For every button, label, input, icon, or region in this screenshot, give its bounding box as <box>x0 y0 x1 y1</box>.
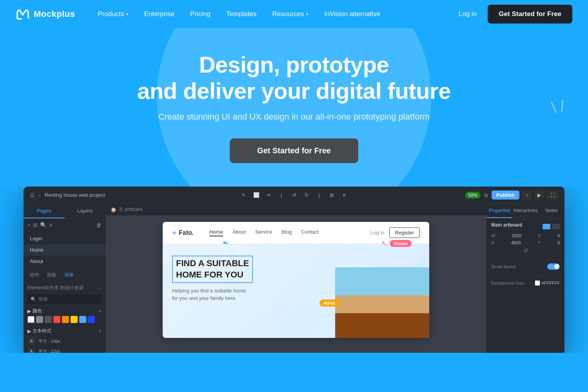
mockup-title: FIND A SUITABLEHOME FOR YOU <box>172 256 253 283</box>
align-tool[interactable]: ⊞ <box>327 191 336 200</box>
section-tab-checklist[interactable]: 清单 <box>62 271 76 279</box>
cursor-tool[interactable]: ↖ <box>239 191 249 200</box>
nav-item-pricing[interactable]: Pricing <box>183 7 218 21</box>
frame-tool[interactable]: ⬜ <box>252 191 261 200</box>
mockup-nav-service: Service <box>255 229 272 236</box>
nav-item-invision[interactable]: InVision alternative <box>317 7 387 21</box>
text-styles-label: ▶ 文本样式 + <box>27 328 102 334</box>
steven-cursor: ↖ Steven <box>381 239 412 248</box>
x-value: 0 <box>557 233 560 238</box>
main-canvas: 🏠 主 artboard ▶ ⟡ Fato. <box>106 204 486 353</box>
delete-icon[interactable]: 🗑 <box>96 222 102 228</box>
folder-icon[interactable]: ⊞ <box>33 222 38 228</box>
mockup-register: Register <box>389 227 420 238</box>
artboard-section-title: Main artboard <box>491 222 522 228</box>
page-list: Login Home About <box>24 231 105 269</box>
share-button[interactable]: ↑ <box>523 191 531 200</box>
page-item-about[interactable]: About <box>24 256 105 267</box>
color-swatch[interactable] <box>27 316 34 323</box>
artboard-toggle-on[interactable] <box>543 224 550 229</box>
fullscreen-button[interactable]: ⛶ <box>547 191 558 200</box>
logo[interactable]: Mockplus <box>16 9 75 20</box>
zoom-icon[interactable]: ⊕ <box>484 192 488 198</box>
search-input[interactable] <box>38 296 98 302</box>
smart-layout-row: Smart layout <box>491 263 560 270</box>
height-label: H <box>491 240 494 245</box>
x-label: X <box>538 233 541 238</box>
color-swatch[interactable] <box>62 316 69 323</box>
height-row: H 4820 Y 0 <box>491 240 560 245</box>
nav-item-resources[interactable]: Resources ▾ <box>265 7 316 21</box>
publish-button[interactable]: Publish <box>492 191 519 200</box>
color-swatch[interactable] <box>36 316 43 323</box>
toolbar-center: ↖ ⬜ ✏ | ↺ ↻ | ⊞ ≡ <box>164 191 424 200</box>
comp-library-label: Element组件库 的设计资源 ⋯ <box>24 281 105 293</box>
back-icon[interactable]: ‹ <box>39 192 41 198</box>
mockup-image-area <box>305 244 429 338</box>
page-item-login[interactable]: Login <box>24 233 105 244</box>
bg-color-section: Background color #FFFFFF <box>486 276 564 292</box>
bg-color-value: #FFFFFF <box>535 280 560 286</box>
tab-layers[interactable]: Layers <box>65 204 106 218</box>
nav-item-products[interactable]: Products ▾ <box>91 7 135 21</box>
color-swatch[interactable] <box>79 316 86 323</box>
section-tab-panel[interactable]: 面板 <box>45 271 59 279</box>
tab-pages[interactable]: Pages <box>24 204 65 218</box>
chevron-down-icon: ▾ <box>126 12 129 17</box>
reset-icon-row: ↺ <box>491 247 560 254</box>
mockup-login: Log in <box>370 230 384 236</box>
bg-color-swatch[interactable] <box>535 280 540 286</box>
page-item-home[interactable]: Home <box>24 244 105 256</box>
panel-section-tabs: 组件 面板 清单 <box>24 269 105 281</box>
smart-layout-toggle[interactable] <box>547 263 560 270</box>
width-row: W 1920 X 0 <box>491 233 560 238</box>
zoom-badge: 50% <box>465 192 481 199</box>
panel-toolbar: + ⊞ 🔍 ≡ 🗑 <box>24 219 105 231</box>
color-swatch[interactable] <box>53 316 60 323</box>
color-swatch[interactable] <box>45 316 52 323</box>
artboard-toggle-off[interactable] <box>552 224 560 229</box>
smart-layout-label: Smart layout <box>491 264 515 269</box>
undo-tool[interactable]: ↺ <box>289 191 299 200</box>
smart-layout-section: Smart layout <box>486 260 564 276</box>
reset-icon[interactable]: ↺ <box>523 247 528 254</box>
nav-links: Products ▾ Enterprise Pricing Templates … <box>91 7 454 21</box>
width-label: W <box>491 233 495 238</box>
color-swatch[interactable] <box>88 316 95 323</box>
mockup-content: FIND A SUITABLEHOME FOR YOU Helping you … <box>163 244 305 338</box>
list-icon[interactable]: ≡ <box>49 222 52 228</box>
mockup-hero: FIND A SUITABLEHOME FOR YOU Helping you … <box>163 244 429 338</box>
separator2: | <box>314 191 324 200</box>
bg-color-label: Background color <box>491 281 525 285</box>
y-label: Y <box>538 240 541 245</box>
window-toolbar: ☰ ‹ Renting house web project ↖ ⬜ ✏ | ↺ … <box>24 187 564 204</box>
add-icon[interactable]: + <box>27 222 31 228</box>
comp-menu-icon[interactable]: ⋯ <box>97 285 102 291</box>
steven-cursor-badge: Steven <box>390 240 412 247</box>
right-tab-properties[interactable]: Properties <box>486 204 512 218</box>
add-color-icon[interactable]: + <box>99 309 102 314</box>
canvas-area[interactable]: ▶ ⟡ Fato. Home About Service <box>106 216 486 353</box>
section-tab-comp[interactable]: 组件 <box>27 271 42 279</box>
menu-icon[interactable]: ☰ <box>30 192 35 198</box>
add-style-icon[interactable]: + <box>99 328 102 334</box>
search-icon: 🔍 <box>31 297 36 302</box>
login-button[interactable]: Log in <box>454 7 481 21</box>
mockup-nav-about: About <box>232 229 246 236</box>
right-tab-interactions[interactable]: Interactions <box>512 204 538 218</box>
text-style-icon: A <box>27 337 35 345</box>
redo-tool[interactable]: ↻ <box>302 191 311 200</box>
right-tab-notes[interactable]: Notes <box>539 204 564 218</box>
right-panel: Properties Interactions Notes Main artbo… <box>486 204 564 353</box>
nav-item-enterprise[interactable]: Enterprise <box>137 7 181 21</box>
text-style-icon: A <box>27 347 35 353</box>
deco-lines: \ / <box>550 98 566 115</box>
color-swatch[interactable] <box>71 316 78 323</box>
pen-tool[interactable]: ✏ <box>264 191 274 200</box>
distribute-tool[interactable]: ≡ <box>339 191 349 200</box>
play-button[interactable]: ▶ <box>534 191 544 200</box>
nav-item-templates[interactable]: Templates <box>219 7 263 21</box>
search-icon[interactable]: 🔍 <box>40 222 47 228</box>
nav-cta-button[interactable]: Get Started for Free <box>488 5 572 24</box>
app-preview-wrapper: ☰ ‹ Renting house web project ↖ ⬜ ✏ | ↺ … <box>0 187 588 353</box>
